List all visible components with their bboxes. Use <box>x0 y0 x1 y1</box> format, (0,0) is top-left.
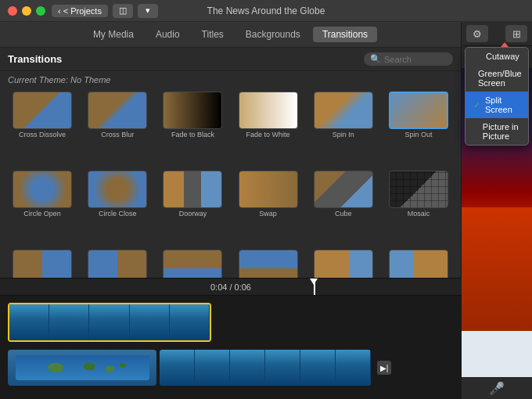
dropdown-item-cutaway[interactable]: Cutaway <box>466 48 528 65</box>
back-button[interactable]: ‹ < Projects <box>52 5 108 17</box>
transition-thumb-spin-out <box>389 92 448 129</box>
maximize-button[interactable] <box>36 6 45 16</box>
back-label: < Projects <box>63 6 102 16</box>
transition-label-fade-black: Fade to Black <box>171 131 214 138</box>
transition-label-circle-close: Circle Close <box>99 210 137 217</box>
transition-thumb-cross-blur <box>88 92 147 129</box>
transition-label-spin-in: Spin In <box>332 131 354 138</box>
transition-item-fade-white[interactable]: Fade to White <box>232 92 304 167</box>
clip-seg-2 <box>49 304 89 340</box>
back-arrow-icon: ‹ <box>58 6 61 16</box>
clip-seg-a <box>160 350 195 386</box>
clip-seg-1 <box>9 304 49 340</box>
time-bar: 0:04 / 0:06 <box>0 279 462 296</box>
dropdown-label-pip: Picture in Picture <box>483 122 520 141</box>
end-marker[interactable]: ▶| <box>377 361 391 375</box>
transition-label-cross-dissolve: Cross Dissolve <box>19 131 66 138</box>
dropdown-item-split-screen[interactable]: ✓ Split Screen <box>466 92 528 118</box>
transition-item-spin-out[interactable]: Spin Out <box>383 92 455 167</box>
track-upper <box>8 302 454 343</box>
clip-seg-3 <box>89 304 129 340</box>
world-map-visual <box>16 355 149 380</box>
transition-item-mosaic[interactable]: Mosaic <box>383 171 455 246</box>
check-mark-icon: ✓ <box>473 100 480 110</box>
transition-thumb-swap <box>239 171 298 208</box>
transition-label-swap: Swap <box>259 210 277 217</box>
transition-item-circle-close[interactable]: Circle Close <box>81 171 153 246</box>
mic-area: 🎤 <box>462 377 532 399</box>
clip-seg-5 <box>170 304 210 340</box>
right-top-icons: ⚙ ⊞ <box>462 22 532 46</box>
clip-seg-c <box>230 350 265 386</box>
close-button[interactable] <box>8 6 17 16</box>
transition-item-cube[interactable]: Cube <box>307 171 379 246</box>
transition-thumb-mosaic <box>389 171 448 208</box>
clip-waterfall-2[interactable] <box>160 350 371 386</box>
transition-item-cross-blur[interactable]: Cross Blur <box>81 92 153 167</box>
traffic-lights <box>0 6 45 16</box>
dropdown-label-green-blue: Green/Blue Screen <box>478 69 522 88</box>
tab-backgrounds[interactable]: Backgrounds <box>236 27 310 42</box>
transition-item-doorway[interactable]: Doorway <box>156 171 228 246</box>
panel-header: Transitions 🔍 <box>0 48 461 71</box>
theme-label: Current Theme: No Theme <box>0 71 461 88</box>
clip-waterfall-thumb <box>9 304 210 340</box>
dropdown-arrow-indicator <box>501 42 509 47</box>
search-input[interactable] <box>384 55 447 64</box>
clip-seg-e <box>300 350 336 386</box>
clip-waterfall-selected[interactable] <box>8 303 211 342</box>
transition-item-swap[interactable]: Swap <box>232 171 304 246</box>
transition-label-cube: Cube <box>335 210 352 217</box>
search-icon: 🔍 <box>370 54 381 64</box>
dropdown-menu: Cutaway Green/Blue Screen ✓ Split Screen… <box>465 47 529 146</box>
transition-thumb-fade-white <box>239 92 298 129</box>
transition-label-mosaic: Mosaic <box>408 210 430 217</box>
transition-label-doorway: Doorway <box>179 210 207 217</box>
time-display: 0:04 / 0:06 <box>210 282 251 292</box>
tab-bar: My Media Audio Titles Backgrounds Transi… <box>0 22 461 48</box>
minimize-button[interactable] <box>22 6 31 16</box>
transition-thumb-cross-dissolve <box>13 92 72 129</box>
clip-world-map[interactable] <box>8 350 156 386</box>
timeline-area: 0:04 / 0:06 <box>0 278 462 399</box>
tab-audio[interactable]: Audio <box>146 27 189 42</box>
transition-thumb-fade-black <box>163 92 222 129</box>
transition-item-fade-black[interactable]: Fade to Black <box>156 92 228 167</box>
right-panel: ⚙ ⊞ Cutaway Green/Blue Screen Split Scre… <box>462 22 532 399</box>
titlebar-left: ‹ < Projects ◫ ▾ <box>52 4 158 18</box>
playhead-line <box>314 279 315 295</box>
transition-label-circle-open: Circle Open <box>23 210 61 217</box>
settings-icon-btn[interactable]: ⚙ <box>466 25 488 42</box>
transition-thumb-doorway <box>163 171 222 208</box>
transition-thumb-circle-open <box>13 171 72 208</box>
transition-thumb-circle-close <box>88 171 147 208</box>
tab-my-media[interactable]: My Media <box>84 27 143 42</box>
layout-icon-btn[interactable]: ⊞ <box>505 25 527 42</box>
transition-thumb-spin-in <box>314 92 373 129</box>
right-nav-icon-btn[interactable]: ▾ <box>138 4 158 18</box>
tab-titles[interactable]: Titles <box>192 27 233 42</box>
transition-label-spin-out: Spin Out <box>404 131 432 138</box>
preview-snow <box>462 331 532 377</box>
dropdown-item-pip[interactable]: Picture in Picture <box>466 118 528 145</box>
clip-seg-d <box>265 350 300 386</box>
transition-item-spin-in[interactable]: Spin In <box>307 92 379 167</box>
tab-transitions[interactable]: Transitions <box>313 27 377 42</box>
dropdown-label-split-screen: Split Screen <box>485 95 520 114</box>
timeline-tracks: ▶| <box>0 296 462 394</box>
clip-seg-f <box>336 350 371 386</box>
mic-icon[interactable]: 🎤 <box>489 381 505 396</box>
transition-label-cross-blur: Cross Blur <box>101 131 134 138</box>
panel-title: Transitions <box>8 53 62 65</box>
left-nav-icon-btn[interactable]: ◫ <box>113 4 133 18</box>
transition-item-circle-open[interactable]: Circle Open <box>6 171 78 246</box>
search-box: 🔍 <box>364 52 453 66</box>
transition-label-fade-white: Fade to White <box>246 131 290 138</box>
transition-thumb-cube <box>314 171 373 208</box>
track-lower: ▶| <box>8 347 454 388</box>
dropdown-label-cutaway: Cutaway <box>486 52 519 61</box>
clip-seg-4 <box>130 304 170 340</box>
clip-seg-b <box>195 350 230 386</box>
transition-item-cross-dissolve[interactable]: Cross Dissolve <box>6 92 78 167</box>
dropdown-item-green-blue[interactable]: Green/Blue Screen <box>466 65 528 92</box>
